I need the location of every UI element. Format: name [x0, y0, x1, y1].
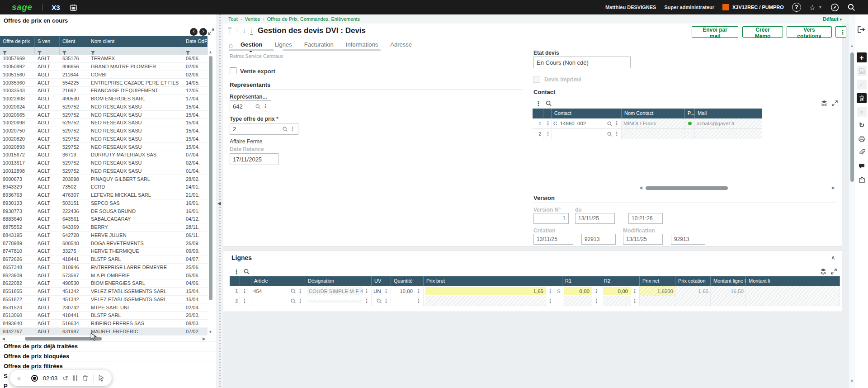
- send-mail-button[interactable]: Envoi par mail: [692, 26, 738, 38]
- representant-field[interactable]: 642 ⋮: [230, 100, 271, 112]
- recorder-delete-icon[interactable]: [82, 375, 88, 381]
- tab-scroll-track-2[interactable]: [283, 49, 381, 51]
- record-icon[interactable]: [31, 375, 38, 382]
- lookup-icon[interactable]: [290, 288, 296, 294]
- contact-expand-icon[interactable]: [832, 100, 838, 108]
- panel-vertical-scrollbar[interactable]: [209, 56, 212, 300]
- cell-menu-icon[interactable]: ⋮: [242, 289, 247, 294]
- new-record-button[interactable]: +: [857, 52, 867, 62]
- last-record-icon[interactable]: ↓: [250, 28, 253, 35]
- recorder-pause-icon[interactable]: [73, 375, 77, 381]
- offer-row[interactable]: 10013617AGLT529752NEO RESEAUX SASU02/04.: [0, 159, 208, 167]
- lignes-collapse-icon[interactable]: ∧: [831, 254, 835, 261]
- offer-row[interactable]: 8513060AGLT418441BLSTP SARL20/03.: [0, 312, 208, 320]
- panel-prev-button[interactable]: ‹: [190, 28, 198, 36]
- favorites-caret-icon[interactable]: ▼: [818, 5, 822, 9]
- help-icon[interactable]: ?: [792, 3, 801, 12]
- offer-row[interactable]: 10020665AGLT529752NEO RESEAUX SASU15/04.: [0, 111, 208, 119]
- recorder-collapse-icon[interactable]: «: [17, 374, 21, 382]
- offer-row[interactable]: 8442767AGLT631987MAUREL FREDERIC07/02.: [0, 328, 208, 336]
- scrollbar-thumb[interactable]: [850, 52, 854, 182]
- offer-row[interactable]: 10051560AGLT211644CORBI02/06.: [0, 71, 208, 79]
- offers-column-header[interactable]: Nom client: [88, 36, 183, 47]
- lookup-icon[interactable]: [607, 131, 613, 137]
- offer-row[interactable]: 8551872AGLT451342VELEZ ETABLISSEMENTS SA…: [0, 296, 208, 304]
- contact-grid-menu-icon[interactable]: ⋮: [535, 100, 542, 107]
- offer-row[interactable]: 8657348AGLT810946ENTREPRISE LARRE-DEMEYR…: [0, 264, 208, 272]
- offer-row[interactable]: 10033543AGLT21692FRANCAISE D'EQUIPEMENT1…: [0, 87, 208, 95]
- create-memo-button[interactable]: Créer Mémo: [742, 26, 783, 38]
- offer-row[interactable]: 8943329AGLT73502ECRD24/01.: [0, 183, 208, 191]
- search-icon[interactable]: [847, 3, 855, 11]
- offer-row[interactable]: 10020750AGLT529752NEO RESEAUX SASU15/04.: [0, 127, 208, 135]
- cell-menu-icon[interactable]: ⋮: [297, 289, 303, 294]
- cell-menu-icon[interactable]: ⋮: [364, 289, 369, 294]
- panel-scroll-right-icon[interactable]: ▶: [203, 336, 206, 341]
- contact-grid-search-icon[interactable]: [545, 100, 552, 109]
- cell-menu-icon[interactable]: ⋮: [632, 298, 637, 304]
- offer-row[interactable]: 8930773AGLT222436DE SOUSA BRUNO16/01.: [0, 207, 208, 215]
- tab-scroll-track-1[interactable]: [229, 49, 274, 51]
- cell-menu-icon[interactable]: ⋮: [545, 131, 551, 137]
- home-tab-icon[interactable]: ⌂: [229, 41, 233, 49]
- cell-menu-icon[interactable]: ⋮: [383, 289, 389, 294]
- lignes-grid-menu-icon[interactable]: ⋮: [233, 269, 240, 275]
- cell-menu-icon[interactable]: ⋮: [364, 298, 369, 304]
- attachment-icon[interactable]: [857, 147, 867, 157]
- offer-row[interactable]: 8930133AGLT503151SEPCO SAS16/01.: [0, 199, 208, 208]
- offer-row[interactable]: 10020893AGLT529752NEO RESEAUX SASU15/04.: [0, 143, 208, 151]
- cell-menu-icon[interactable]: ⋮: [545, 121, 551, 126]
- cell-menu-icon[interactable]: ⋮: [614, 121, 619, 126]
- offer-row[interactable]: 8551855AGLT451342VELEZ ETABLISSEMENTS SA…: [0, 288, 208, 296]
- offer-row[interactable]: 10022808AGLT490530BIOM ENERGIES SARL17/0…: [0, 95, 208, 103]
- lookup-icon[interactable]: [282, 126, 288, 132]
- offers-column-filter[interactable]: [35, 47, 60, 55]
- cell-menu-icon[interactable]: ⋮: [632, 289, 637, 294]
- tab-facturation[interactable]: Facturation: [304, 41, 334, 48]
- vente-export-checkbox[interactable]: [230, 67, 236, 74]
- comment-icon[interactable]: [857, 161, 867, 171]
- to-quotations-button[interactable]: Vers cotations: [787, 26, 832, 38]
- offer-row[interactable]: 8622082AGLT490530BIOM ENERGIES SARL04/06…: [0, 279, 208, 288]
- contact-scroll-left-icon[interactable]: ◀: [639, 185, 642, 190]
- user-name[interactable]: Matthieu DESVIGNES: [605, 5, 656, 10]
- panel-collapse-icon[interactable]: ◀: [217, 201, 221, 206]
- lignes-grid-search-icon[interactable]: [243, 268, 250, 277]
- panel-section[interactable]: Offres de prix déjà traitées: [0, 341, 216, 351]
- offers-column-header[interactable]: Offre de prix: [0, 36, 35, 47]
- next-record-icon[interactable]: ↓: [243, 28, 246, 34]
- calendar-icon[interactable]: [70, 4, 77, 11]
- panel-section[interactable]: Offres de prix filtrées: [0, 361, 216, 371]
- scroll-up-icon[interactable]: ▲: [850, 43, 854, 48]
- more-actions-button[interactable]: ⋮: [835, 26, 846, 38]
- offer-row[interactable]: 10020820AGLT529752NEO RESEAUX SASU15/04.: [0, 135, 208, 143]
- tab-lignes[interactable]: Lignes: [274, 41, 292, 48]
- panel-scroll-down-icon[interactable]: ▼: [208, 330, 212, 334]
- previous-record-icon[interactable]: ↑: [236, 28, 239, 34]
- contact-display-options-icon[interactable]: [821, 100, 827, 108]
- tab-gestion[interactable]: Gestion: [241, 41, 262, 48]
- panel-next-button[interactable]: ›: [199, 28, 207, 36]
- offer-row[interactable]: 8493640AGLT516634RIBEIRO FRERES SAS08/03…: [0, 320, 208, 328]
- offer-row[interactable]: 8623909AGLT573567M.A PLOMBERIE05/06.: [0, 271, 208, 279]
- lignes-display-options-icon[interactable]: [820, 268, 826, 276]
- navigation-compass-icon[interactable]: [830, 3, 839, 12]
- offer-row[interactable]: 8531524AGLT230742MTPE SARL UNI02/04.: [0, 303, 208, 312]
- offer-row[interactable]: 10020698AGLT529752NEO RESEAUX SASU15/04.: [0, 119, 208, 127]
- cell-menu-icon[interactable]: ⋮: [547, 298, 553, 304]
- offer-row[interactable]: 10050892AGLT806656GRAND MAITRE PLOMBIER0…: [0, 63, 208, 71]
- offer-row[interactable]: 8843195AGLT642728HERVE JULIEN06/11.: [0, 232, 208, 240]
- main-vertical-scrollbar[interactable]: ▲ ▼: [849, 14, 855, 388]
- lignes-expand-icon[interactable]: [831, 268, 837, 276]
- lookup-icon[interactable]: [607, 121, 613, 127]
- panel-scroll-up-icon[interactable]: ▲: [208, 50, 212, 54]
- share-icon[interactable]: [857, 175, 867, 185]
- sage-logo[interactable]: sage: [12, 2, 32, 12]
- contact-horizontal-scrollbar[interactable]: [646, 186, 728, 190]
- offer-row[interactable]: 10020624AGLT529752NEO RESEAUX SASU15/04.: [0, 103, 208, 111]
- breadcrumb-link-offres[interactable]: Offres de Prix, Commandes, Enlèvements: [267, 16, 360, 22]
- cell-menu-icon[interactable]: ⋮: [594, 298, 599, 304]
- view-selector[interactable]: Défaut ▾: [823, 16, 842, 22]
- favorites-star-icon[interactable]: ☆: [809, 3, 816, 12]
- cell-menu-icon[interactable]: ⋮: [242, 298, 247, 304]
